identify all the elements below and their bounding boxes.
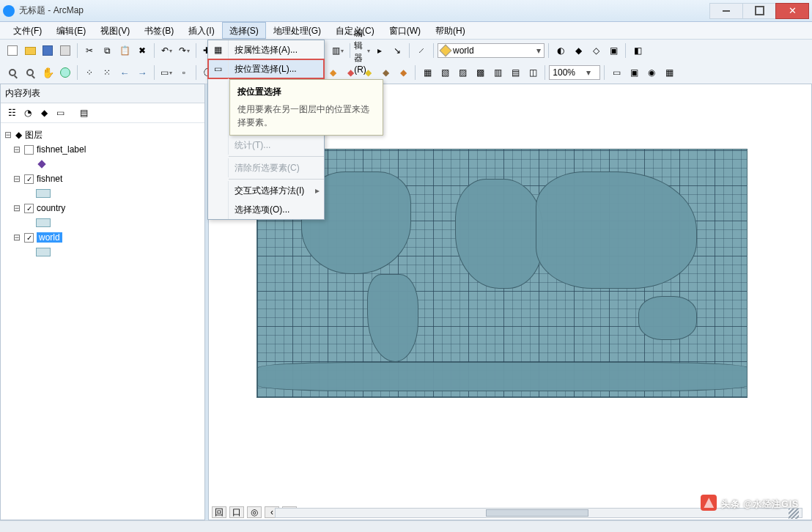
map-tab-2[interactable]: ◎ [247, 506, 262, 518]
toc-panel: 内容列表 ☷ ◔ ◆ ▭ ▤ ⊟ ◆ 图层 ⊟fishnet_label⊟fis… [0, 84, 205, 520]
fixed-zoom-out[interactable]: ⁙ [99, 64, 115, 81]
layer-combo[interactable]: ▾ [438, 43, 545, 58]
watermark-icon [701, 495, 717, 511]
menu-item-9[interactable]: 交互式选择方法(I) [208, 181, 324, 200]
label-tool-4[interactable]: ◆ [360, 64, 376, 81]
toc-list-by-source-icon[interactable]: ◔ [21, 106, 34, 119]
toc-list-by-visibility-icon[interactable]: ◆ [37, 106, 51, 119]
menu-item-10[interactable]: 选择选项(O)... [208, 200, 324, 219]
blank-icon [208, 117, 229, 136]
open-button[interactable] [22, 43, 38, 59]
menu-5[interactable]: 选择(S) [222, 22, 266, 39]
minimize-button[interactable] [709, 3, 743, 19]
label-tool-6[interactable]: ◆ [395, 64, 411, 81]
watermark: 头条 @水经注GIS [701, 492, 799, 511]
georef-5[interactable]: ▥ [490, 64, 506, 81]
clear-selection-button[interactable]: ▫ [176, 64, 192, 81]
time-slider-button[interactable]: ◐ [553, 43, 569, 59]
blank-icon [208, 97, 229, 117]
layer-label: country [37, 203, 65, 213]
menu-0[interactable]: 文件(F) [6, 22, 49, 39]
pan-button[interactable]: ✋ [40, 64, 56, 81]
toc-list-by-drawing-icon[interactable]: ☷ [5, 106, 18, 119]
toolbox-button[interactable]: ▥ [330, 43, 346, 59]
editor-menu[interactable]: 编辑器(R) [354, 43, 370, 59]
toc-list-by-selection-icon[interactable]: ▭ [53, 106, 67, 119]
tree-root[interactable]: ⊟ ◆ 图层 [4, 128, 202, 142]
georef-1[interactable]: ▦ [419, 64, 435, 81]
menu-4[interactable]: 插入(I) [181, 22, 221, 39]
misc-tool-3[interactable]: ◉ [643, 64, 660, 81]
title-bar: 无标题 - ArcMap [0, 0, 812, 22]
menu-item-0[interactable]: ▦按属性选择(A)... [208, 40, 324, 59]
paste-button[interactable]: 📋 [117, 43, 133, 59]
label-tool-3[interactable]: ◆ [342, 64, 358, 81]
misc-tool-4[interactable]: ▦ [661, 64, 677, 81]
table-icon: ▦ [208, 40, 229, 59]
tool-c[interactable]: ▣ [605, 43, 621, 59]
zoom-input[interactable] [553, 67, 586, 78]
editor-tool-1[interactable]: ▸ [372, 43, 388, 59]
map-tab-0[interactable]: 回 [212, 506, 226, 518]
layer-checkbox[interactable] [24, 204, 34, 213]
close-button[interactable] [775, 3, 809, 19]
misc-tool-2[interactable]: ▣ [626, 64, 642, 81]
layer-row-fishnet[interactable]: ⊟fishnet [4, 171, 202, 186]
menu-3[interactable]: 书签(B) [137, 22, 181, 39]
georef-4[interactable]: ▩ [472, 64, 488, 81]
undo-button[interactable]: ↶ [158, 43, 174, 59]
menu-item-1[interactable]: ▭按位置选择(L)... [208, 59, 324, 78]
fixed-zoom-in[interactable]: ⁘ [81, 64, 97, 81]
menu-6[interactable]: 地理处理(G) [266, 22, 328, 39]
layers-icon: ▭ [208, 59, 229, 78]
full-extent-button[interactable] [57, 64, 73, 81]
zoom-in-button[interactable] [4, 64, 21, 81]
next-extent-button[interactable]: → [134, 64, 150, 81]
tool-a[interactable]: ◆ [570, 43, 586, 59]
redo-button[interactable]: ↷ [176, 43, 192, 59]
menu-item-label: 统计(T)... [229, 139, 324, 152]
layer-label: world [37, 232, 62, 243]
save-button[interactable] [40, 43, 56, 59]
editor-tool-3[interactable]: ⟋ [413, 43, 429, 59]
delete-button[interactable]: ✖ [134, 43, 150, 59]
layer-combo-input[interactable] [453, 45, 534, 56]
tool-d[interactable]: ◧ [630, 43, 646, 59]
cut-button[interactable]: ✂ [81, 43, 97, 59]
blank-icon [208, 78, 229, 97]
select-features-button[interactable]: ▭ [158, 64, 174, 81]
label-tool-5[interactable]: ◆ [377, 64, 394, 81]
tool-b[interactable]: ◇ [588, 43, 604, 59]
misc-tool-1[interactable]: ▭ [608, 64, 624, 81]
toc-options-icon[interactable]: ▤ [77, 106, 90, 119]
prev-extent-button[interactable]: ← [117, 64, 133, 81]
georef-3[interactable]: ▨ [454, 64, 470, 81]
layer-row-fishnet_label[interactable]: ⊟fishnet_label [4, 142, 202, 157]
editor-tool-2[interactable]: ↘ [389, 43, 405, 59]
menu-8[interactable]: 窗口(W) [382, 22, 428, 39]
georef-7[interactable]: ◫ [525, 64, 541, 81]
layer-row-world[interactable]: ⊟world [4, 230, 202, 245]
layer-checkbox[interactable] [24, 174, 34, 184]
menu-2[interactable]: 视图(V) [93, 22, 137, 39]
layer-checkbox[interactable] [24, 145, 34, 155]
georef-2[interactable]: ▧ [437, 64, 453, 81]
new-doc-button[interactable] [4, 43, 21, 59]
maximize-button[interactable] [742, 3, 776, 19]
zoom-out-button[interactable] [22, 64, 38, 81]
menu-9[interactable]: 帮助(H) [428, 22, 473, 39]
menu-item-label: 选择选项(O)... [229, 204, 324, 216]
menu-item-label: 按属性选择(A)... [229, 44, 324, 56]
georef-6[interactable]: ▤ [507, 64, 523, 81]
menu-1[interactable]: 编辑(E) [49, 22, 93, 39]
print-button[interactable] [57, 43, 73, 59]
zoom-combo[interactable]: ▾ [549, 65, 600, 80]
layer-checkbox[interactable] [24, 233, 34, 243]
window-title: 无标题 - ArcMap [19, 4, 710, 17]
layer-row-country[interactable]: ⊟country [4, 201, 202, 215]
map-tab-1[interactable]: 口 [229, 506, 244, 518]
label-tool-2[interactable]: ◆ [325, 64, 341, 81]
copy-button[interactable]: ⧉ [99, 43, 115, 59]
map-canvas[interactable] [256, 149, 748, 398]
layer-swatch-icon [440, 45, 452, 57]
